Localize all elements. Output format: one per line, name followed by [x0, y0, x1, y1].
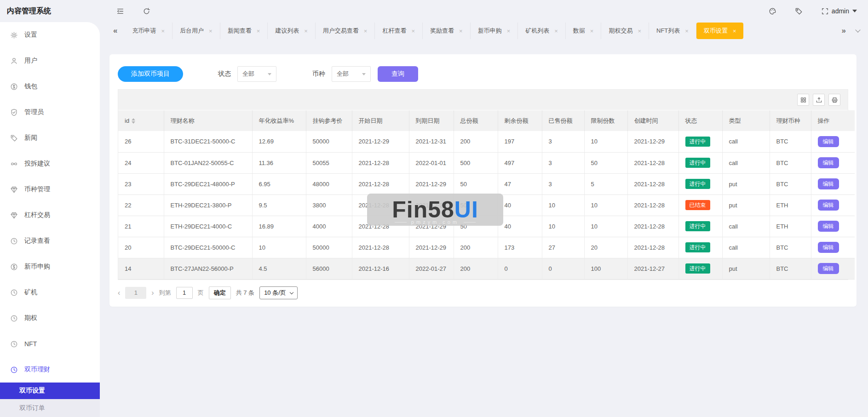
sidebar-item[interactable]: 投拆建议 [0, 151, 100, 177]
sidebar-subitem[interactable]: 双币订单 [0, 399, 100, 417]
close-icon[interactable]: × [364, 28, 368, 34]
tab-label: 奖励查看 [430, 27, 454, 35]
user-icon [10, 57, 18, 65]
print-button[interactable] [828, 94, 840, 106]
current-page[interactable]: 1 [125, 287, 146, 299]
close-icon[interactable]: × [161, 28, 165, 34]
tab[interactable]: 新闻查看× [220, 23, 268, 39]
table-row: 24BTC-01JAN22-50055-C11.36500552021-12-2… [118, 152, 855, 173]
close-icon[interactable]: × [459, 28, 463, 34]
page-label: 页 [198, 289, 204, 297]
tab[interactable]: 期权交易× [601, 23, 649, 39]
prev-page-button[interactable]: ‹ [118, 289, 120, 297]
edit-button[interactable]: 编辑 [818, 221, 839, 232]
table-cell: 0 [542, 258, 584, 279]
confirm-page-button[interactable]: 确定 [209, 286, 231, 299]
history-icon [10, 340, 18, 348]
user-menu[interactable]: admin [832, 7, 857, 15]
export-button[interactable] [813, 94, 825, 106]
sidebar-item[interactable]: 期权 [0, 305, 100, 331]
tab[interactable]: NFT列表× [649, 23, 696, 39]
next-page-button[interactable]: › [151, 289, 154, 297]
close-icon[interactable]: × [411, 28, 415, 34]
filter-row: 添加双币项目 状态 全部 币种 全部 查询 [118, 66, 848, 82]
tabs-scroll-right-button[interactable]: » [842, 26, 846, 35]
table-cell: 20 [118, 237, 164, 258]
sidebar-item[interactable]: 钱包 [0, 74, 100, 99]
sidebar-item[interactable]: NFT [0, 331, 100, 357]
close-icon[interactable]: × [257, 28, 260, 34]
edit-button[interactable]: 编辑 [818, 178, 839, 189]
sort-icon[interactable] [132, 118, 135, 124]
tab[interactable]: 后台用户× [172, 23, 220, 39]
close-icon[interactable]: × [685, 28, 689, 34]
close-icon[interactable]: × [554, 28, 558, 34]
tab[interactable]: 矿机列表× [518, 23, 566, 39]
sidebar-item[interactable]: 双币理财 [0, 357, 100, 383]
close-icon[interactable]: × [638, 28, 641, 34]
table-cell: 50 [454, 173, 498, 194]
goto-label: 到第 [159, 289, 171, 297]
sidebar-item[interactable]: 新币申购 [0, 254, 100, 280]
sidebar-subitem[interactable]: 双币设置 [0, 383, 100, 399]
table-cell: BTC-01JAN22-50055-C [164, 152, 252, 173]
tabs-scroll-left-button[interactable]: « [113, 26, 117, 35]
chevron-down-icon [362, 73, 366, 75]
edit-button[interactable]: 编辑 [818, 200, 839, 211]
close-icon[interactable]: × [209, 28, 213, 34]
edit-button[interactable]: 编辑 [818, 136, 839, 147]
add-dual-currency-button[interactable]: 添加双币项目 [118, 66, 183, 82]
table-cell: 50055 [306, 152, 352, 173]
menu-collapse-icon-button[interactable] [116, 7, 124, 15]
close-icon[interactable]: × [733, 28, 736, 34]
tab[interactable]: 建议列表× [268, 23, 316, 39]
per-page-select[interactable]: 10 条/页 [259, 286, 298, 299]
history-icon [10, 237, 18, 245]
sidebar-item[interactable]: 设置 [0, 22, 100, 48]
edit-button[interactable]: 编辑 [818, 263, 839, 274]
fullscreen-icon-button[interactable] [821, 7, 829, 15]
sidebar-item-label: 记录查看 [24, 237, 50, 245]
sidebar-item[interactable]: 记录查看 [0, 228, 100, 254]
tab-active[interactable]: 双币设置× [696, 23, 744, 39]
sidebar-item[interactable]: 新闻 [0, 125, 100, 151]
tab[interactable]: 数据× [566, 23, 602, 39]
refresh-icon-button[interactable] [143, 7, 150, 15]
table-cell: 56000 [306, 258, 352, 279]
status-badge: 进行中 [685, 242, 710, 252]
sidebar-item[interactable]: 管理员 [0, 99, 100, 125]
edit-button[interactable]: 编辑 [818, 242, 839, 253]
sidebar-item[interactable]: 矿机 [0, 280, 100, 305]
table-cell: 14 [118, 258, 164, 279]
sidebar-item[interactable]: 用户 [0, 48, 100, 74]
search-button[interactable]: 查询 [378, 66, 418, 82]
status-filter-select[interactable]: 全部 [237, 66, 276, 82]
close-icon[interactable]: × [304, 28, 308, 34]
watermark: Fin58UI pmzym.com [367, 194, 503, 226]
coin-filter-select[interactable]: 全部 [332, 66, 371, 82]
tab[interactable]: 用户交易查看× [316, 23, 375, 39]
columns-button[interactable] [797, 94, 809, 106]
sidebar-item[interactable]: 杠杆交易 [0, 202, 100, 228]
topbar-left-icons [116, 7, 150, 15]
table-cell: 2021-12-29 [352, 131, 409, 152]
table-cell: 47 [498, 173, 542, 194]
table-cell: call [722, 216, 770, 237]
goto-page-input[interactable] [176, 287, 193, 299]
table-cell: 2021-12-28 [352, 173, 409, 194]
tab[interactable]: 奖励查看× [423, 23, 471, 39]
tab[interactable]: 杠杆查看× [375, 23, 423, 39]
tab[interactable]: 新币申购× [471, 23, 518, 39]
tab[interactable]: 充币申请× [125, 23, 172, 39]
column-header: 类型 [722, 110, 770, 131]
edit-button[interactable]: 编辑 [818, 157, 839, 168]
sidebar-item-label: 新币申购 [24, 263, 50, 271]
close-icon[interactable]: × [590, 28, 594, 34]
status-badge: 进行中 [685, 158, 710, 168]
tag-icon-button[interactable] [795, 7, 803, 15]
close-icon[interactable]: × [507, 28, 511, 34]
palette-icon-button[interactable] [769, 7, 776, 15]
tab-label: 杠杆查看 [382, 27, 406, 35]
tabs-dropdown-icon[interactable] [855, 27, 860, 32]
sidebar-item[interactable]: 币种管理 [0, 177, 100, 202]
